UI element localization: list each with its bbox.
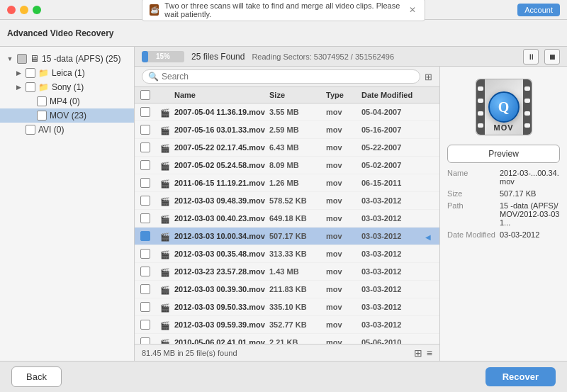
- close-button[interactable]: [7, 6, 16, 14]
- sidebar-item-root[interactable]: ▼ 🖥 15 -data (APFS) (25): [0, 51, 134, 66]
- search-input[interactable]: [162, 72, 414, 82]
- grid-view-icon[interactable]: ⊞: [414, 347, 422, 359]
- sidebar-checkbox-root[interactable]: [17, 54, 27, 64]
- file-and-preview: 🔍 ⊞ Name Size Type Date: [135, 67, 567, 361]
- file-type-icon: 🎬: [160, 108, 170, 117]
- sidebar-item-sony[interactable]: ▶ 📁 Sony (1): [0, 80, 134, 94]
- recover-button[interactable]: Recover: [485, 367, 556, 386]
- minimize-button[interactable]: [20, 6, 28, 14]
- file-date: 03-03-2012: [361, 285, 425, 293]
- sidebar-item-leica[interactable]: ▶ 📁 Leica (1): [0, 66, 134, 80]
- file-name: 2012-03-03 00.40.23.mov: [174, 214, 269, 223]
- quicktime-q-text: Q: [498, 99, 510, 116]
- file-type: mov: [326, 232, 361, 240]
- app-body: Advanced Video Recovery ▼ 🖥 15 -data (AP…: [0, 20, 567, 392]
- file-checkbox[interactable]: [140, 267, 150, 276]
- file-checkbox[interactable]: [140, 142, 150, 152]
- sidebar-item-mp4[interactable]: ▶ MP4 (0): [0, 94, 134, 108]
- file-date: 03-03-2012: [361, 196, 425, 205]
- file-name: 2012-03-03 00.39.30.mov: [174, 285, 269, 293]
- file-name: 2012-03-03 09.59.39.mov: [174, 320, 269, 329]
- file-checkbox[interactable]: [140, 125, 150, 135]
- table-row[interactable]: 🎬 2012-03-23 23.57.28.mov 1.43 MB mov 03…: [135, 263, 439, 281]
- file-date: 05-06-2010: [361, 338, 425, 344]
- meta-name-row: Name 2012-03-...00.34.mov: [447, 169, 560, 186]
- meta-date-value: 03-03-2012: [500, 230, 539, 239]
- table-row[interactable]: 🎬 2007-05-02 05.24.58.mov 8.09 MB mov 05…: [135, 157, 439, 174]
- list-view-icon[interactable]: ≡: [427, 347, 432, 359]
- file-name: 2012-03-23 23.57.28.mov: [174, 267, 269, 276]
- file-date: 03-03-2012: [361, 232, 425, 240]
- file-date: 03-03-2012: [361, 303, 425, 311]
- sidebar-checkbox-avi[interactable]: [26, 125, 35, 135]
- sidebar-checkbox-mp4[interactable]: [37, 96, 47, 106]
- table-row[interactable]: 🎬 2012-03-03 00.39.30.mov 211.83 KB mov …: [135, 281, 439, 298]
- film-hole: [478, 86, 483, 91]
- file-checkbox[interactable]: [140, 337, 150, 344]
- stop-button[interactable]: ⏹: [544, 49, 560, 65]
- file-type: mov: [326, 179, 361, 187]
- sidebar-checkbox-mov[interactable]: [37, 111, 47, 121]
- file-checkbox[interactable]: [140, 160, 150, 170]
- chevron-down-icon: ▼: [6, 55, 14, 63]
- folder-icon-leica: 📁: [38, 68, 49, 78]
- file-size: 8.09 MB: [269, 161, 326, 169]
- folder-icon-sony: 📁: [38, 82, 49, 92]
- file-checkbox[interactable]: [140, 213, 150, 223]
- file-list-pane: 🔍 ⊞ Name Size Type Date: [135, 67, 439, 361]
- table-row[interactable]: 🎬 2011-06-15 11.19.21.mov 1.26 MB mov 06…: [135, 174, 439, 192]
- sidebar-label-sony: Sony (1): [52, 82, 84, 92]
- reading-sectors-label: Reading Sectors: 53074952 / 351562496: [252, 52, 516, 61]
- table-row[interactable]: 🎬 2012-03-03 10.00.34.mov 507.17 KB mov …: [135, 228, 439, 245]
- file-type: mov: [326, 338, 361, 344]
- film-hole: [478, 111, 483, 116]
- file-type: mov: [326, 125, 361, 134]
- file-type: mov: [326, 320, 361, 329]
- table-row[interactable]: 🎬 2012-03-03 09.59.39.mov 352.77 KB mov …: [135, 316, 439, 334]
- file-type-icon: 🎬: [160, 233, 170, 241]
- meta-path-value: 15 -data (APFS)/ MOV/2012-03-03 1...: [500, 201, 560, 227]
- coffee-icon: ☕: [150, 4, 159, 16]
- file-checkbox[interactable]: [140, 231, 150, 241]
- progress-percent: 15%: [142, 51, 184, 62]
- select-all-checkbox[interactable]: [140, 90, 150, 100]
- file-size: 3.55 MB: [269, 108, 326, 116]
- table-row[interactable]: 🎬 2012-03-03 00.35.48.mov 313.33 KB mov …: [135, 245, 439, 263]
- table-row[interactable]: 🎬 2012-03-03 00.40.23.mov 649.18 KB mov …: [135, 210, 439, 228]
- filter-icon[interactable]: ⊞: [425, 72, 432, 82]
- preview-button[interactable]: Preview: [447, 145, 560, 163]
- table-row[interactable]: 🎬 2012-03-03 09.48.39.mov 578.52 KB mov …: [135, 192, 439, 210]
- sidebar-item-avi[interactable]: ▶ AVI (0): [0, 123, 134, 137]
- file-checkbox[interactable]: [140, 178, 150, 188]
- file-checkbox[interactable]: [140, 107, 150, 117]
- sidebar-label-avi: AVI (0): [38, 125, 64, 135]
- sidebar-checkbox-sony[interactable]: [26, 82, 35, 92]
- account-button[interactable]: Account: [517, 4, 560, 16]
- file-checkbox[interactable]: [140, 284, 150, 294]
- sidebar-checkbox-leica[interactable]: [26, 68, 35, 78]
- file-type-icon: 🎬: [160, 339, 170, 344]
- maximize-button[interactable]: [33, 6, 41, 14]
- table-row[interactable]: 🎬 2007-05-04 11.36.19.mov 3.55 MB mov 05…: [135, 103, 439, 121]
- back-button[interactable]: Back: [11, 366, 62, 387]
- file-checkbox[interactable]: [140, 302, 150, 312]
- meta-path-row: Path 15 -data (APFS)/ MOV/2012-03-03 1..…: [447, 201, 560, 227]
- file-type: mov: [326, 143, 361, 152]
- file-checkbox[interactable]: [140, 320, 150, 330]
- file-checkbox[interactable]: [140, 196, 150, 206]
- sidebar-item-mov[interactable]: ▶ MOV (23): [0, 108, 134, 123]
- table-row[interactable]: 🎬 2010-05-06 02.41.01.mov 2.21 KB mov 05…: [135, 334, 439, 344]
- file-size: 211.83 KB: [269, 285, 326, 293]
- file-date: 05-04-2007: [361, 108, 425, 116]
- table-row[interactable]: 🎬 2007-05-16 03.01.33.mov 2.59 MB mov 05…: [135, 121, 439, 139]
- table-row[interactable]: 🎬 2012-03-03 09.50.33.mov 335.10 KB mov …: [135, 298, 439, 316]
- quicktime-logo: Q: [488, 91, 520, 123]
- meta-name-value: 2012-03-...00.34.mov: [500, 169, 560, 186]
- file-checkbox[interactable]: [140, 249, 150, 259]
- file-type-icon: 🎬: [160, 179, 170, 188]
- file-type: mov: [326, 108, 361, 116]
- close-notification-button[interactable]: ✕: [408, 5, 417, 15]
- col-header-size: Size: [269, 91, 326, 99]
- table-row[interactable]: 🎬 2007-05-22 02.17.45.mov 6.43 MB mov 05…: [135, 139, 439, 157]
- pause-button[interactable]: ⏸: [523, 49, 539, 65]
